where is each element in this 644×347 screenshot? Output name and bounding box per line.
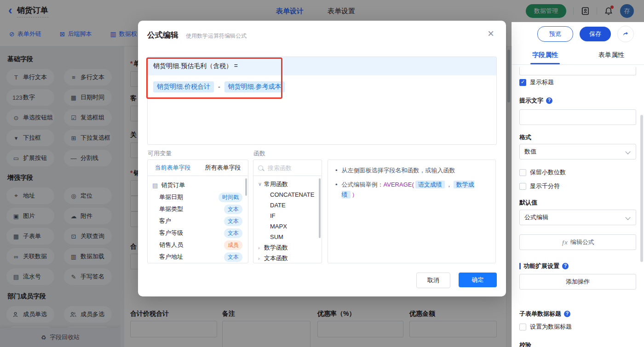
checkbox-icon[interactable] xyxy=(519,324,526,330)
function-name: SUM xyxy=(270,233,283,240)
close-icon[interactable]: × xyxy=(488,28,494,39)
tab-field-properties[interactable]: 字段属性 xyxy=(512,46,578,64)
format-select[interactable]: 数值 xyxy=(519,144,636,159)
variable-name: 客户等级 xyxy=(159,229,224,237)
type-badge: 文本 xyxy=(224,228,242,238)
caret-icon: › xyxy=(258,256,264,261)
modal-mask-top xyxy=(0,0,644,22)
available-variables-label: 可用变量 xyxy=(148,149,172,158)
tab-current-form-fields[interactable]: 当前表单字段 xyxy=(148,160,198,176)
example-function: AVERAGE( xyxy=(384,181,414,188)
example-chip: 语文成绩 xyxy=(415,181,445,188)
keep-decimal-checkbox-row[interactable]: 保留小数位数 xyxy=(519,168,566,176)
function-name: 文本函数 xyxy=(264,254,288,262)
validation-label: 校验 xyxy=(519,341,531,347)
hint-text-label: 提示文字 xyxy=(519,97,552,105)
cancel-button[interactable]: 取消 xyxy=(416,273,450,288)
caret-icon: › xyxy=(258,245,264,250)
fx-icon: ƒx xyxy=(561,239,568,246)
variable-row[interactable]: 客户 文本 xyxy=(152,215,245,227)
form-doc-icon: ▤ xyxy=(152,182,158,189)
help-tip-1: •从左侧面板选择字段名和函数，或输入函数 xyxy=(335,165,488,176)
checkbox-icon[interactable] xyxy=(519,169,526,176)
variable-name: 客户地址 xyxy=(159,253,224,261)
function-row[interactable]: › 数学函数 xyxy=(253,242,322,253)
property-panel: 字段属性 表单属性 显示标题 提示文字 格式 数值 保留小数位数 显示千分符 默… xyxy=(512,46,644,347)
function-name: CONCATENATE xyxy=(270,191,314,198)
functions-scrollbar-thumb[interactable] xyxy=(319,178,321,238)
subform-data-title-label: 子表单数据标题 xyxy=(519,310,570,318)
function-row[interactable]: MAPX xyxy=(253,221,322,232)
variable-name: 单据日期 xyxy=(159,193,218,201)
variables-panel: 当前表单字段 所有表单字段 ▤ 销货订单 单据日期 时间戳 单据类型 文本 客户 xyxy=(147,159,248,263)
function-search[interactable] xyxy=(253,160,322,176)
section-bar xyxy=(519,263,521,269)
preview-button[interactable]: 预览 xyxy=(537,26,573,42)
title-input-partial[interactable] xyxy=(519,67,636,75)
variable-row[interactable]: 单据类型 文本 xyxy=(152,203,245,215)
function-name: DATE xyxy=(270,202,286,209)
type-badge: 成员 xyxy=(224,240,242,250)
function-row[interactable]: CONCATENATE xyxy=(253,189,322,200)
function-search-input[interactable] xyxy=(267,164,315,172)
type-badge: 文本 xyxy=(224,216,242,226)
type-badge: 文本 xyxy=(224,252,242,262)
checkbox-icon[interactable] xyxy=(519,183,526,190)
annotation-highlight-box xyxy=(146,57,282,99)
function-name: 数学函数 xyxy=(264,244,288,252)
tab-all-form-fields[interactable]: 所有表单字段 xyxy=(198,160,248,176)
function-row[interactable]: › 文本函数 xyxy=(253,253,322,263)
default-value-label: 默认值 xyxy=(519,199,537,207)
function-name: 常用函数 xyxy=(264,180,288,188)
extension-settings-label: 功能扩展设置 xyxy=(519,262,569,270)
add-action-button[interactable]: 添加操作 xyxy=(519,274,636,290)
functions-label: 函数 xyxy=(253,149,265,158)
active-tab-underline xyxy=(530,63,560,64)
function-row[interactable]: ∨ 常用函数 xyxy=(253,179,322,189)
variable-row[interactable]: 单据日期 时间戳 xyxy=(152,191,245,203)
function-row[interactable]: IF xyxy=(253,210,322,221)
help-icon[interactable] xyxy=(562,263,569,269)
modal-subtitle: 使用数学运算符编辑公式 xyxy=(186,32,247,40)
function-name: IF xyxy=(270,212,276,219)
function-row[interactable]: SUM xyxy=(253,232,322,242)
search-icon xyxy=(258,165,263,171)
confirm-button[interactable]: 确定 xyxy=(459,273,497,287)
help-icon[interactable] xyxy=(564,311,570,317)
default-value-select[interactable]: 公式编辑 xyxy=(519,210,636,225)
modal-title: 公式编辑 xyxy=(147,30,178,40)
variable-row[interactable]: 销售人员 成员 xyxy=(152,239,245,251)
variable-row[interactable]: 客户等级 文本 xyxy=(152,227,245,239)
help-tip-2: • 公式编辑举例：AVERAGE(语文成绩，数学成绩） xyxy=(335,180,488,200)
variables-scrollbar-thumb[interactable] xyxy=(245,178,247,196)
tree-root-form[interactable]: ▤ 销货订单 xyxy=(152,179,245,191)
hint-text-input[interactable] xyxy=(519,109,636,125)
variable-name: 客户 xyxy=(159,217,224,225)
help-icon[interactable] xyxy=(546,97,552,104)
format-label: 格式 xyxy=(519,133,531,142)
tab-form-properties[interactable]: 表单属性 xyxy=(578,46,644,64)
edit-formula-button[interactable]: ƒx编辑公式 xyxy=(519,234,636,250)
type-badge: 文本 xyxy=(224,205,242,214)
share-button[interactable] xyxy=(617,26,634,42)
functions-panel: ∨ 常用函数 CONCATENATE DATE IF MAPX SUM xyxy=(253,159,322,263)
function-row[interactable]: DATE xyxy=(253,200,322,210)
caret-icon: ∨ xyxy=(258,181,264,187)
variable-row[interactable]: 客户地址 文本 xyxy=(152,251,245,263)
set-data-title-checkbox-row[interactable]: 设置为数据标题 xyxy=(519,323,572,331)
checkbox-checked-icon[interactable] xyxy=(519,79,526,86)
function-name: MAPX xyxy=(270,223,287,230)
panel-scrollbar-thumb[interactable] xyxy=(640,115,643,262)
show-title-checkbox-row[interactable]: 显示标题 xyxy=(519,78,554,86)
formula-help-panel: •从左侧面板选择字段名和函数，或输入函数 • 公式编辑举例：AVERAGE(语文… xyxy=(328,159,496,263)
thousand-separator-checkbox-row[interactable]: 显示千分符 xyxy=(519,182,560,190)
variable-name: 销售人员 xyxy=(159,241,224,249)
formula-editor-modal: 公式编辑 使用数学运算符编辑公式 × 销货明细.预估毛利（含税） = 销货明细.… xyxy=(138,21,506,296)
save-button[interactable]: 保存 xyxy=(580,27,611,41)
variable-name: 单据类型 xyxy=(159,205,224,213)
type-badge: 时间戳 xyxy=(218,193,242,202)
